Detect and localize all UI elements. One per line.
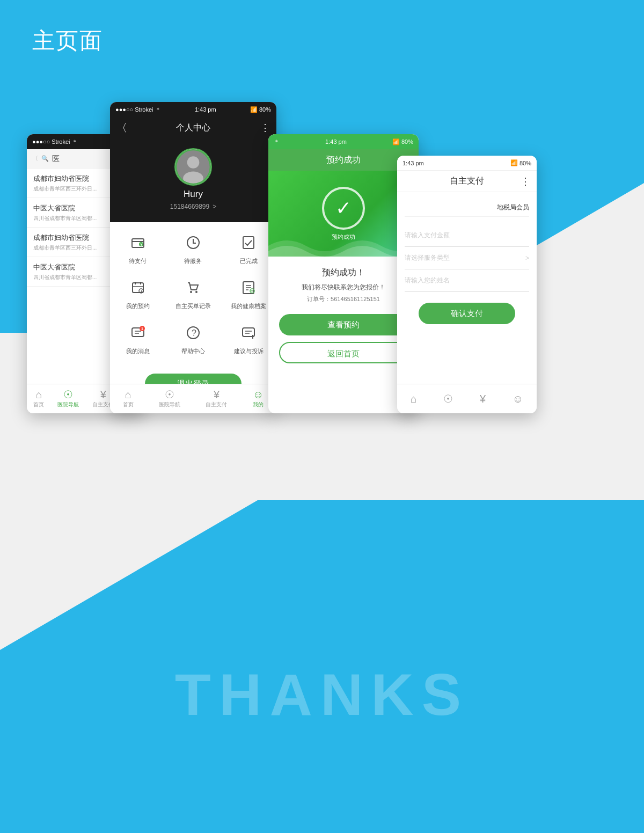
thanks-text: THANKS [175, 660, 469, 728]
wave-svg [268, 235, 419, 257]
home-icon: ⌂ [125, 389, 131, 400]
s4-name-placeholder: 请输入您的姓名 [405, 276, 450, 285]
s4-name-field[interactable]: 请输入您的姓名 [405, 269, 529, 292]
s4-service-placeholder: 请选择服务类型 [405, 253, 450, 262]
svg-rect-9 [243, 237, 254, 249]
screens-container: ●●●○○ Strokei ＊ 📶 🔋 〈 🔍 医 成都市妇幼省医院 成都市青羊… [27, 102, 617, 478]
home-icon: ⌂ [35, 389, 42, 400]
s4-tab-bar: ⌂ ☉ ¥ ☺ [397, 384, 537, 413]
s3-nav-title: 预约成功 [326, 155, 361, 166]
tab-payment[interactable]: ¥ 自主支付 [206, 389, 227, 408]
check-mark-icon: ✓ [335, 197, 352, 220]
pending-service-icon [186, 235, 201, 254]
tab-payment[interactable]: ¥ [480, 393, 486, 404]
page-title: 主页面 [32, 26, 103, 56]
s2-battery: 80% [259, 106, 271, 113]
hospital-nav-icon: ☉ [165, 389, 174, 400]
view-appointment-button[interactable]: 查看预约 [279, 314, 408, 335]
s2-profile-arrow[interactable]: > [213, 203, 216, 210]
payment-icon: ¥ [100, 389, 106, 400]
grid-label-my-messages: 我的消息 [126, 347, 150, 355]
s2-user-phone: 15184669899 [170, 203, 209, 210]
grid-item-buy-record[interactable]: 自主买单记录 [165, 273, 221, 318]
svg-text:?: ? [192, 328, 196, 338]
s4-nav-title: 自主支付 [450, 176, 484, 187]
tab-mine-label: 我的 [253, 401, 264, 408]
s2-more-btn[interactable]: ⋮ [260, 122, 270, 134]
s1-status-left: ●●●○○ Strokei ＊ [32, 138, 78, 146]
s4-service-arrow: > [525, 254, 529, 262]
grid-label-completed: 已完成 [240, 257, 258, 265]
s2-user-name: Hury [184, 189, 203, 200]
grid-item-pending-payment[interactable]: ¥ 待支付 [110, 228, 165, 273]
grid-item-my-appointments[interactable]: ✦ 我的预约 [110, 273, 165, 318]
screen-appointment-success: ＊ 1:43 pm 📶 80% 预约成功 ⋮ ✓ 预约成功 预约成 [268, 134, 419, 413]
tab-hospital-nav[interactable]: ☉ [443, 393, 453, 404]
s4-amount-field[interactable]: 请输入支付金额 [405, 224, 529, 247]
s4-amount-placeholder: 请输入支付金额 [405, 231, 450, 240]
svg-point-1 [187, 156, 200, 169]
grid-item-help[interactable]: ? 帮助中心 [165, 318, 221, 363]
s3-status-icons: 📶 80% [392, 138, 413, 145]
s3-order-no: 订单号：561465161125151 [279, 295, 408, 303]
s4-status-icons: 📶 80% [510, 159, 531, 166]
tab-hospital-nav[interactable]: ☉ 医院导航 [57, 389, 79, 408]
s2-nav-bar: 〈 个人中心 ⋮ [110, 117, 276, 138]
tab-mine[interactable]: ☺ 我的 [253, 389, 264, 408]
s4-battery: 80% [519, 160, 531, 166]
grid-label-pending-payment: 待支付 [129, 257, 147, 265]
screen-personal-center: ●●●○○ Strokei ＊ 1:43 pm 📶 80% 〈 个人中心 ⋮ H… [110, 102, 276, 413]
tab-hospital-nav-label: 医院导航 [159, 401, 180, 408]
tab-payment-label: 自主支付 [206, 401, 227, 408]
tab-home[interactable]: ⌂ [411, 393, 417, 404]
grid-item-pending-service[interactable]: 待服务 [165, 228, 221, 273]
s3-content: 预约成功！ 我们将尽快联系您为您报价！ 订单号：561465161125151 … [268, 257, 419, 381]
svg-point-17 [195, 291, 197, 293]
s1-search-icon: 🔍 [41, 155, 49, 162]
grid-item-my-messages[interactable]: 1 我的消息 [110, 318, 165, 363]
back-home-button[interactable]: 返回首页 [279, 342, 408, 363]
svg-text:1: 1 [141, 327, 143, 331]
s3-success-title: 预约成功！ [279, 267, 408, 279]
s2-back-btn[interactable]: 〈 [116, 121, 127, 135]
s3-status-left: ＊ [274, 138, 280, 146]
svg-text:¥: ¥ [140, 243, 142, 246]
tab-hospital-nav-label: 医院导航 [57, 401, 79, 408]
buy-record-icon [186, 280, 201, 299]
s2-nav-title: 个人中心 [176, 122, 210, 134]
tab-home[interactable]: ⌂ 首页 [33, 389, 44, 408]
hospital-nav-icon: ☉ [63, 389, 73, 400]
mine-icon: ☺ [513, 393, 523, 404]
s4-status-time: 1:43 pm [402, 160, 424, 166]
tab-mine[interactable]: ☺ [513, 393, 523, 404]
pending-payment-icon: ¥ [130, 235, 145, 254]
confirm-payment-button[interactable]: 确认支付 [419, 303, 515, 324]
s2-profile-section: Hury 15184669899 > [110, 138, 276, 222]
tab-home-label: 首页 [33, 401, 44, 408]
tab-home[interactable]: ⌂ 首页 [123, 389, 134, 408]
health-record-icon [241, 280, 256, 299]
help-icon: ? [186, 325, 201, 344]
avatar-image [175, 148, 211, 186]
s1-back-btn[interactable]: 〈 [32, 155, 38, 163]
s2-status-left: ●●●○○ Strokei ＊ [115, 106, 161, 114]
s4-more-btn[interactable]: ⋮ [521, 176, 530, 187]
s4-content: 地税局会员 请输入支付金额 请选择服务类型 > 请输入您的姓名 确认支付 [397, 192, 537, 341]
s2-menu-grid: ¥ 待支付 待服务 已完成 [110, 222, 276, 368]
s1-search-text[interactable]: 医 [52, 154, 60, 164]
grid-label-health-record: 我的健康档案 [231, 302, 266, 310]
s3-status-bar: ＊ 1:43 pm 📶 80% [268, 134, 419, 149]
s4-status-bar: 1:43 pm 📶 80% [397, 156, 537, 171]
svg-point-16 [190, 291, 192, 293]
home-icon: ⌂ [411, 393, 417, 404]
svg-text:✦: ✦ [140, 289, 143, 293]
tab-hospital-nav[interactable]: ☉ 医院导航 [159, 389, 180, 408]
mine-icon: ☺ [253, 389, 264, 400]
s3-success-subtitle: 我们将尽快联系您为您报价！ [279, 283, 408, 292]
grid-label-buy-record: 自主买单记录 [175, 302, 211, 310]
s2-avatar[interactable] [174, 148, 212, 186]
payment-icon: ¥ [214, 389, 219, 400]
s3-nav-bar: 预约成功 ⋮ [268, 149, 419, 171]
s4-service-type-field[interactable]: 请选择服务类型 > [405, 247, 529, 269]
completed-icon [241, 235, 256, 254]
